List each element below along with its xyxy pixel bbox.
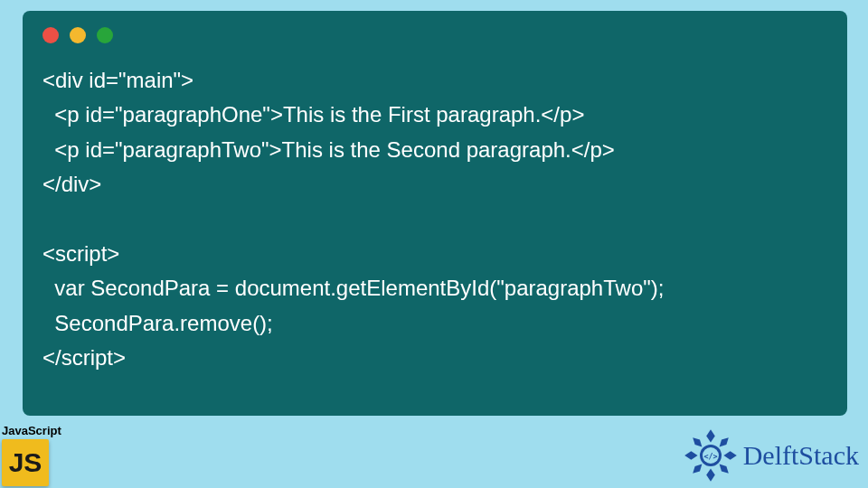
javascript-icon: JS — [2, 439, 49, 486]
svg-marker-6 — [693, 465, 702, 474]
javascript-label: JavaScript — [2, 424, 67, 437]
brand-logo-icon: </> — [684, 428, 738, 483]
code-block: <div id="main"> <p id="paragraphOne">Thi… — [42, 63, 829, 376]
svg-marker-1 — [706, 468, 715, 481]
svg-marker-7 — [719, 465, 728, 474]
svg-text:</>: </> — [703, 452, 717, 461]
code-window: <div id="main"> <p id="paragraphOne">Thi… — [23, 11, 847, 416]
window-dots — [42, 27, 829, 43]
minimize-dot-icon — [70, 27, 86, 43]
close-dot-icon — [42, 27, 59, 43]
brand: </> DelftStack — [684, 428, 859, 483]
svg-marker-3 — [723, 451, 736, 460]
svg-marker-4 — [693, 437, 702, 446]
javascript-icon-text: JS — [9, 447, 42, 478]
svg-marker-2 — [684, 451, 697, 460]
maximize-dot-icon — [97, 27, 113, 43]
svg-marker-5 — [719, 437, 728, 446]
brand-name: DelftStack — [743, 440, 859, 471]
svg-marker-0 — [706, 429, 715, 442]
javascript-badge: JavaScript JS — [2, 424, 67, 486]
